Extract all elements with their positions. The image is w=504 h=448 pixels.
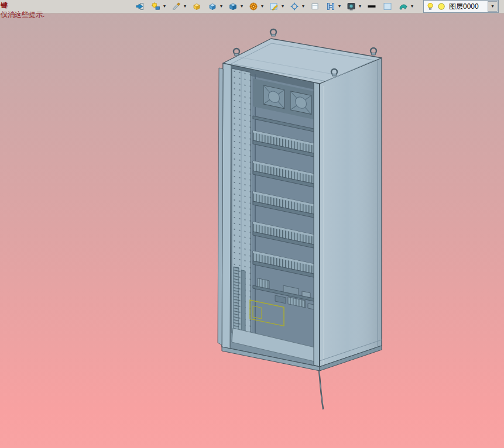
wheel-array-icon[interactable] (247, 0, 260, 13)
prompt-line-1: 键 (1, 1, 8, 11)
dropdown-arrow[interactable]: ▾ (219, 1, 224, 12)
surface-icon[interactable] (397, 0, 410, 13)
material-render-icon[interactable] (345, 0, 358, 13)
dropdown-arrow[interactable]: ▾ (162, 1, 167, 12)
dropdown-arrow[interactable]: ▾ (337, 1, 342, 12)
lamp-display-icon[interactable] (149, 0, 162, 13)
dropdown-arrow[interactable]: ▾ (280, 1, 285, 12)
knife-trim-icon[interactable] (170, 0, 183, 13)
cabinet-door-face (320, 58, 382, 367)
dropdown-arrow[interactable]: ▾ (183, 1, 187, 12)
main-toolbar: ▾ ▾ ▾ (0, 0, 504, 13)
toolbar-buttons: ▾ ▾ ▾ (133, 0, 499, 13)
dropdown-arrow[interactable]: ▾ (239, 1, 244, 12)
return-exit-icon[interactable] (133, 0, 146, 13)
dropdown-arrow[interactable]: ▾ (260, 1, 265, 12)
blue-solid-box-icon[interactable] (206, 0, 219, 13)
layer-control: 图层0000 ▾ (423, 0, 499, 13)
layer-color-swatch-icon[interactable] (436, 1, 447, 12)
application-window: ▾ ▾ ▾ (0, 0, 504, 448)
layer-dropdown-arrow[interactable]: ▾ (488, 1, 498, 12)
sketch-plane-icon[interactable] (268, 0, 280, 13)
frame-h-icon[interactable] (324, 0, 337, 13)
dropdown-arrow[interactable]: ▾ (410, 1, 414, 12)
prompt-line-2: 仅消这些提示. (1, 10, 44, 20)
yellow-solid-icon[interactable] (190, 0, 203, 13)
white-plane-icon[interactable] (308, 0, 321, 13)
viewport-canvas[interactable] (0, 0, 504, 448)
background-swatch-icon[interactable] (381, 0, 394, 13)
dropdown-arrow[interactable]: ▾ (301, 1, 306, 12)
light-bulb-icon[interactable] (424, 1, 436, 12)
layer-name[interactable]: 图层0000 (447, 2, 488, 12)
line-width-icon[interactable] (365, 0, 378, 13)
cube-feature-icon[interactable] (227, 0, 239, 13)
cabinet-interior (222, 63, 320, 367)
dropdown-arrow[interactable]: ▾ (358, 1, 362, 12)
move-target-icon[interactable] (288, 0, 301, 13)
cad-scene (0, 0, 504, 448)
